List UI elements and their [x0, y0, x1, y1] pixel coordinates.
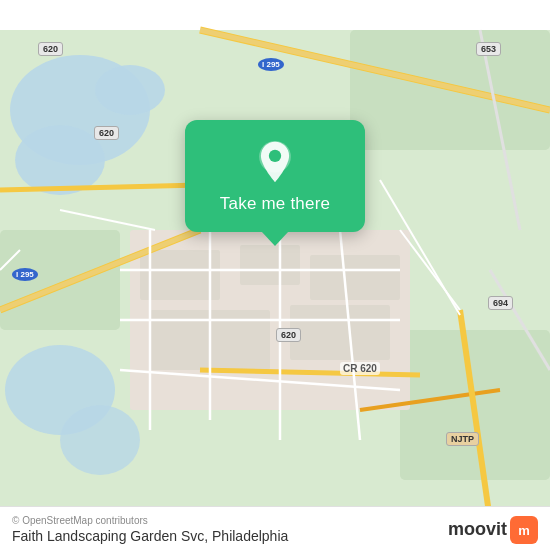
copyright-text: © OpenStreetMap contributors	[12, 515, 288, 526]
r620-bottom-badge: 620	[276, 328, 301, 342]
r694-badge: 694	[488, 296, 513, 310]
svg-rect-12	[240, 245, 300, 285]
r620-ml-badge: 620	[94, 126, 119, 140]
svg-point-3	[95, 65, 165, 115]
moovit-logo: moovit m	[448, 516, 538, 544]
svg-point-38	[269, 150, 281, 162]
bottom-bar: © OpenStreetMap contributors Faith Lands…	[0, 506, 550, 550]
r653-badge: 653	[476, 42, 501, 56]
cr620-label: CR 620	[340, 362, 380, 375]
r620-tl-badge: 620	[38, 42, 63, 56]
moovit-logo-text: moovit	[448, 519, 507, 540]
location-pin-icon	[253, 140, 297, 184]
svg-point-2	[15, 125, 105, 195]
svg-rect-13	[310, 255, 400, 300]
svg-rect-11	[140, 250, 220, 300]
svg-rect-15	[290, 305, 390, 360]
bottom-left-info: © OpenStreetMap contributors Faith Lands…	[12, 515, 288, 544]
svg-text:m: m	[518, 523, 530, 538]
svg-point-6	[60, 405, 140, 475]
njtp-badge: NJTP	[446, 432, 479, 446]
location-title: Faith Landscaping Garden Svc, Philadelph…	[12, 528, 288, 544]
i295-top-badge: I 295	[258, 58, 284, 71]
map-container: I 295 I 295 620 620 620 653 694 CR 620 N…	[0, 0, 550, 550]
take-me-there-button[interactable]: Take me there	[220, 194, 330, 214]
moovit-logo-icon: m	[510, 516, 538, 544]
i295-left-badge: I 295	[12, 268, 38, 281]
map-background	[0, 0, 550, 550]
popup-card: Take me there	[185, 120, 365, 232]
